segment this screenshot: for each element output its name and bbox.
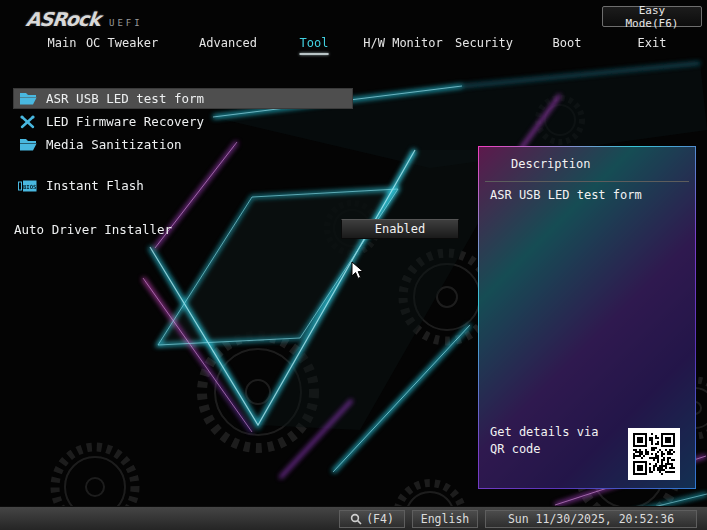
tool-item-label: Media Sanitization [46,137,181,152]
description-panel: Description ASR USB LED test form Get de… [478,146,696,489]
search-button[interactable]: (F4) [339,510,405,528]
menu-bar: Main OC Tweaker Advanced Tool H/W Monito… [0,33,707,57]
tool-item-asr-usb-led-test-form[interactable]: ASR USB LED test form [14,89,352,108]
description-divider [485,181,689,182]
bios-chip-icon: BIOS [18,179,37,193]
tab-boot[interactable]: Boot [551,36,584,50]
asrock-logo: ASRock UEFI [26,8,143,30]
tab-advanced[interactable]: Advanced [197,36,259,50]
tab-oc-tweaker[interactable]: OC Tweaker [84,36,160,50]
folder-icon [18,92,37,106]
datetime-display[interactable]: Sun 11/30/2025, 20:52:36 [485,510,697,528]
uefi-screen: ASRock UEFI Easy Mode(F6) Main OC Tweake… [0,0,707,530]
description-body: ASR USB LED test form [490,188,687,203]
tool-item-label: Instant Flash [46,178,144,193]
tab-tool[interactable]: Tool [298,36,331,55]
tool-item-media-sanitization[interactable]: Media Sanitization [14,135,181,154]
auto-driver-installer-label: Auto Driver Installer [14,222,172,237]
logo-uefi-label: UEFI [109,18,143,28]
description-title: Description [511,157,590,171]
tool-item-label: ASR USB LED test form [46,91,204,106]
tool-item-led-firmware-recovery[interactable]: LED Firmware Recovery [14,112,204,131]
qr-caption: Get details via QR code [490,424,618,458]
tool-item-instant-flash[interactable]: BIOS Instant Flash [14,176,144,195]
qr-code [628,428,680,480]
logo-text: ASRock [25,8,101,30]
svg-text:BIOS: BIOS [23,183,37,189]
folder-icon [18,138,37,152]
status-bar: (F4) English Sun 11/30/2025, 20:52:36 [0,506,707,530]
tab-hw-monitor[interactable]: H/W Monitor [361,36,444,50]
search-hotkey-label: (F4) [366,512,394,526]
language-button[interactable]: English [412,510,478,528]
auto-driver-installer-value-button[interactable]: Enabled [341,219,459,239]
tab-main[interactable]: Main [46,36,79,50]
easy-mode-button[interactable]: Easy Mode(F6) [602,6,702,27]
search-icon [350,513,362,525]
tab-security[interactable]: Security [453,36,515,50]
tools-icon [18,115,37,129]
tab-exit[interactable]: Exit [636,36,669,50]
tool-item-label: LED Firmware Recovery [46,114,204,129]
